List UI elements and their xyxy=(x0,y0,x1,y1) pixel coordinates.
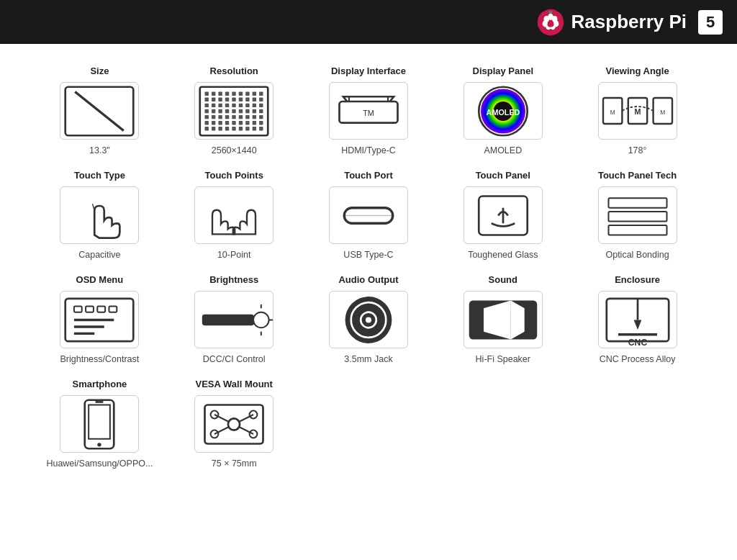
svg-rect-37 xyxy=(232,103,235,107)
brand: Raspberry Pi 5 xyxy=(537,9,723,36)
spec-item-optical-bonding: Touch Panel Tech Optical Bonding xyxy=(574,170,701,260)
svg-rect-35 xyxy=(219,103,222,107)
svg-text:M: M xyxy=(610,109,615,116)
spec-value-audio: 3.5mm Jack xyxy=(344,354,392,364)
spec-label-viewing-angle: Viewing Angle xyxy=(606,66,669,76)
spec-icon-box-touch-points xyxy=(194,186,273,244)
svg-rect-64 xyxy=(232,121,235,125)
spec-icon-box-optical-bonding xyxy=(598,186,677,244)
svg-rect-16 xyxy=(212,91,215,95)
svg-rect-47 xyxy=(239,109,243,112)
spec-label-touch-panel: Touch Panel xyxy=(476,170,530,181)
rpi-version-badge: 5 xyxy=(698,10,723,35)
svg-rect-34 xyxy=(212,103,215,107)
spec-label-amoled: Display Panel xyxy=(473,66,534,76)
svg-rect-56 xyxy=(239,114,243,118)
svg-rect-77 xyxy=(259,127,263,130)
svg-text:M: M xyxy=(660,109,665,116)
svg-point-129 xyxy=(98,443,101,446)
svg-rect-108 xyxy=(203,315,253,325)
svg-rect-76 xyxy=(253,127,256,130)
svg-text:M: M xyxy=(634,107,641,116)
spec-icon-box-viewing-angle: M M M xyxy=(598,82,677,140)
svg-rect-38 xyxy=(239,103,243,107)
spec-icon-box-cnc: CNC xyxy=(598,291,677,348)
spec-item-viewing-angle: Viewing Angle M M M 178° xyxy=(574,66,701,155)
svg-text:CNC: CNC xyxy=(628,337,647,347)
spec-icon-box-resolution xyxy=(194,82,273,140)
svg-rect-25 xyxy=(212,97,215,101)
spec-label-touch-points: Touch Points xyxy=(205,170,263,181)
svg-point-8 xyxy=(547,22,553,27)
spec-icon-box-smartphone xyxy=(60,395,139,453)
svg-rect-69 xyxy=(205,127,209,130)
svg-rect-57 xyxy=(245,114,249,118)
spec-value-optical-bonding: Optical Bonding xyxy=(605,250,669,260)
spec-icon-box-sound xyxy=(464,291,543,348)
svg-rect-54 xyxy=(225,114,229,118)
svg-rect-65 xyxy=(239,121,243,125)
svg-rect-44 xyxy=(219,109,222,112)
svg-rect-101 xyxy=(74,306,82,312)
svg-rect-59 xyxy=(259,114,263,118)
svg-rect-22 xyxy=(253,91,256,95)
spec-icon-box-brightness xyxy=(194,291,273,348)
spec-label-brightness: Brightness xyxy=(209,274,258,285)
svg-rect-49 xyxy=(253,109,256,112)
svg-text:TM: TM xyxy=(363,109,374,117)
spec-item-audio: Audio Output 3.5mm Jack xyxy=(305,274,433,364)
spec-item-osd: OSD Menu Brightness/Contrast xyxy=(36,274,163,364)
svg-rect-61 xyxy=(212,121,215,125)
svg-rect-39 xyxy=(245,103,249,107)
svg-rect-41 xyxy=(259,103,263,107)
main-content: Size 13.3"Resolution 2560×1440Display In… xyxy=(0,44,737,497)
svg-rect-55 xyxy=(232,114,235,118)
svg-rect-48 xyxy=(245,109,249,112)
svg-rect-42 xyxy=(205,109,209,112)
header: Raspberry Pi 5 xyxy=(0,0,737,44)
svg-rect-128 xyxy=(89,405,111,438)
spec-value-brightness: DCC/CI Control xyxy=(203,354,266,364)
spec-item-size: Size 13.3" xyxy=(36,66,163,155)
spec-item-sound: Sound Hi-Fi Speaker xyxy=(439,274,566,364)
spec-icon-box-touch-panel xyxy=(464,186,543,244)
svg-rect-102 xyxy=(86,306,94,312)
svg-rect-51 xyxy=(205,114,209,118)
spec-value-resolution: 2560×1440 xyxy=(212,145,257,155)
spec-value-sound: Hi-Fi Speaker xyxy=(476,354,530,364)
spec-item-smartphone: Smartphone Huawei/Samsung/OPPO... xyxy=(36,379,163,469)
spec-value-amoled: AMOLED xyxy=(484,145,522,155)
spec-value-hdmi: HDMI/Type-C xyxy=(341,145,396,155)
spec-label-optical-bonding: Touch Panel Tech xyxy=(598,170,677,181)
svg-rect-97 xyxy=(608,198,666,208)
svg-rect-58 xyxy=(253,114,256,118)
svg-rect-74 xyxy=(239,127,243,130)
svg-rect-98 xyxy=(608,212,666,222)
svg-rect-46 xyxy=(232,109,235,112)
spec-icon-box-usb-c xyxy=(329,186,408,244)
spec-item-resolution: Resolution 2560×1440 xyxy=(171,66,298,155)
spec-label-cnc: Enclosure xyxy=(615,274,660,285)
spec-icon-box-amoled: AMOLED xyxy=(464,82,543,140)
spec-label-vesa: VESA Wall Mount xyxy=(196,379,273,389)
svg-rect-50 xyxy=(259,109,263,112)
rpi-logo-icon xyxy=(537,9,564,36)
spec-value-vesa: 75 × 75mm xyxy=(212,459,257,469)
svg-rect-23 xyxy=(259,91,263,95)
svg-rect-52 xyxy=(212,114,215,118)
spec-value-cnc: CNC Process Alloy xyxy=(600,354,676,364)
svg-rect-72 xyxy=(225,127,229,130)
spec-value-size: 13.3" xyxy=(89,145,110,155)
svg-point-118 xyxy=(366,317,371,322)
spec-icon-box-hdmi: TM xyxy=(329,82,408,140)
svg-rect-43 xyxy=(212,109,215,112)
svg-line-13 xyxy=(76,91,125,130)
svg-point-138 xyxy=(228,418,240,430)
spec-label-resolution: Resolution xyxy=(210,66,258,76)
spec-item-touch-points: Touch Points 10-Point xyxy=(171,170,298,260)
svg-rect-67 xyxy=(253,121,256,125)
svg-rect-24 xyxy=(205,97,209,101)
spec-item-cnc: Enclosure CNC CNC Process Alloy xyxy=(574,274,701,364)
spec-value-touch-type: Capacitive xyxy=(78,250,120,260)
svg-rect-21 xyxy=(245,91,249,95)
